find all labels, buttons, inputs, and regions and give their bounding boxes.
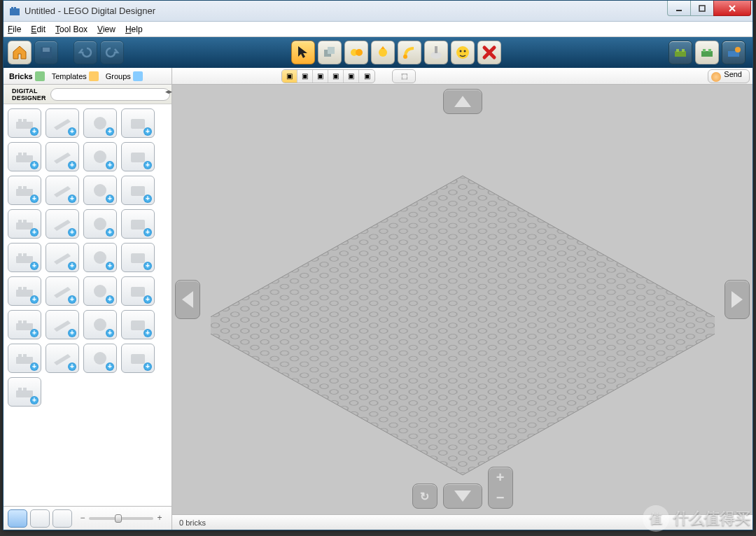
brick-category-arch[interactable] — [83, 142, 117, 171]
brick-category-steering[interactable] — [46, 310, 79, 339]
sel-invert[interactable]: ▣ — [359, 70, 374, 83]
brick-category-wedge[interactable] — [83, 209, 117, 239]
delete-tool[interactable] — [477, 41, 501, 64]
brick-category-pin[interactable] — [121, 243, 155, 272]
sel-connected[interactable]: ▣ — [313, 70, 328, 83]
home-button[interactable] — [8, 41, 31, 64]
svg-rect-55 — [131, 287, 145, 297]
close-button[interactable] — [713, 1, 751, 16]
brick-category-brick-2x4[interactable] — [8, 108, 41, 138]
svg-rect-66 — [16, 390, 33, 397]
brick-category-brick-2x2[interactable] — [121, 108, 155, 138]
orbit-down-button[interactable] — [443, 484, 482, 509]
brick-category-bar[interactable] — [83, 276, 117, 306]
minimize-button[interactable] — [667, 1, 691, 16]
brick-category-slope[interactable] — [8, 142, 41, 171]
menu-toolbox[interactable]: Tool Box — [55, 24, 88, 34]
brick-category-cone[interactable] — [83, 310, 117, 339]
search-input[interactable] — [50, 88, 170, 101]
baseplate[interactable] — [211, 85, 715, 514]
brick-category-ring[interactable] — [121, 310, 155, 339]
sel-single[interactable]: ▣ — [282, 70, 298, 83]
svg-rect-21 — [701, 51, 713, 57]
brick-category-tile[interactable] — [121, 142, 155, 171]
build-mode[interactable] — [668, 41, 692, 64]
menu-edit[interactable]: Edit — [31, 24, 46, 34]
brick-category-track[interactable] — [46, 209, 79, 239]
svg-rect-19 — [676, 49, 679, 52]
app-icon — [9, 6, 20, 17]
brick-palette[interactable] — [4, 104, 172, 506]
brick-category-bushing[interactable] — [121, 276, 155, 306]
send-button[interactable]: Send — [708, 69, 750, 83]
svg-point-64 — [94, 352, 106, 365]
brick-category-technic-brick[interactable] — [121, 209, 155, 239]
brick-category-panel[interactable] — [83, 176, 117, 205]
collapse-sidebar-button[interactable]: ◂▸ — [165, 87, 172, 95]
sel-multi[interactable]: ▣ — [298, 70, 313, 83]
orbit-left-button[interactable] — [175, 280, 200, 319]
select-tool[interactable] — [291, 41, 315, 64]
flex-tool[interactable] — [398, 41, 421, 64]
svg-rect-18 — [675, 51, 686, 57]
titlebar[interactable]: Untitled - LEGO Digital Designer — [4, 1, 752, 22]
svg-rect-4 — [699, 6, 705, 11]
redo-button[interactable] — [100, 41, 124, 64]
svg-rect-35 — [131, 153, 145, 162]
view-mode[interactable] — [695, 41, 719, 64]
brick-category-hair[interactable] — [121, 344, 155, 373]
brick-category-brick-1x2[interactable] — [46, 108, 79, 138]
zoom-thumb[interactable] — [115, 514, 122, 523]
brick-category-rod[interactable] — [8, 310, 41, 339]
brick-category-curved[interactable] — [46, 142, 79, 171]
orbit-right-button[interactable] — [724, 280, 750, 319]
svg-rect-43 — [23, 220, 27, 223]
building-guide-mode[interactable] — [722, 41, 746, 64]
sel-shape[interactable]: ▣ — [344, 70, 359, 83]
zoom-in-icon[interactable]: + — [156, 515, 163, 522]
menu-help[interactable]: Help — [125, 24, 143, 34]
brick-category-door[interactable] — [121, 176, 155, 205]
svg-rect-0 — [10, 8, 20, 15]
filter-color-button[interactable] — [30, 509, 50, 528]
hinge-align-tool[interactable] — [371, 41, 395, 64]
brick-category-turntable[interactable] — [46, 276, 79, 306]
brick-category-dish[interactable] — [46, 176, 79, 205]
clone-tool[interactable] — [318, 41, 342, 64]
filter-bricks-button[interactable] — [8, 509, 27, 528]
tab-bricks[interactable]: Bricks — [6, 71, 48, 81]
hide-tool[interactable] — [451, 41, 475, 64]
paint-tool[interactable] — [424, 41, 448, 64]
zoom-buttons[interactable]: +− — [488, 467, 513, 509]
zoom-in-button[interactable]: + — [496, 470, 505, 486]
reset-view-button[interactable]: ↻ — [412, 484, 438, 509]
brick-category-brick-corner[interactable] — [83, 108, 117, 138]
orbit-up-button[interactable] — [443, 89, 482, 114]
zoom-out-button[interactable]: − — [496, 490, 505, 506]
brick-category-wheel[interactable] — [8, 209, 41, 239]
hinge-tool[interactable] — [344, 41, 368, 64]
maximize-button[interactable] — [690, 1, 714, 16]
sel-color[interactable]: ▣ — [328, 70, 344, 83]
brick-category-gear[interactable] — [8, 243, 41, 272]
brick-category-helmet[interactable] — [83, 344, 117, 373]
brick-category-plate-round[interactable] — [8, 176, 41, 205]
menu-view[interactable]: View — [97, 24, 115, 34]
palette-zoom-slider[interactable]: − + — [75, 515, 167, 522]
tab-groups[interactable]: Groups — [103, 71, 146, 81]
brick-category-animal[interactable] — [8, 377, 41, 407]
svg-rect-47 — [18, 253, 22, 257]
brick-category-head[interactable] — [46, 344, 79, 373]
save-button[interactable] — [34, 41, 58, 64]
menu-file[interactable]: File — [8, 24, 21, 34]
viewport-3d[interactable]: ↻ +− — [172, 85, 752, 514]
brick-category-technic-beam[interactable] — [46, 243, 79, 272]
snap-button[interactable]: ⬚ — [393, 70, 415, 83]
tab-templates[interactable]: Templates — [49, 71, 102, 81]
brick-category-hinge[interactable] — [8, 276, 41, 306]
filter-lxf-button[interactable] — [52, 509, 72, 528]
brick-category-minifig[interactable] — [8, 344, 41, 373]
undo-button[interactable] — [74, 41, 97, 64]
zoom-out-icon[interactable]: − — [79, 515, 86, 522]
brick-category-axle[interactable] — [83, 243, 117, 272]
